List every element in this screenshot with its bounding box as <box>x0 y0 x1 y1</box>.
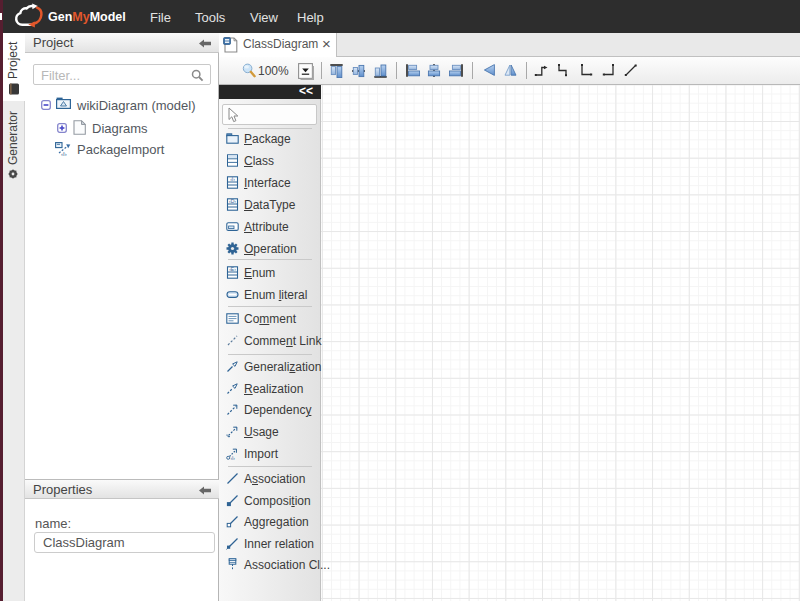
svg-text:‹E›: ‹E› <box>229 266 236 272</box>
svg-text:‹D›: ‹D› <box>229 198 236 204</box>
svg-text:‹I›: ‹I› <box>61 151 67 157</box>
svg-text:‹I›: ‹I› <box>230 176 235 182</box>
svg-text:‹I›: ‹I› <box>231 456 236 460</box>
